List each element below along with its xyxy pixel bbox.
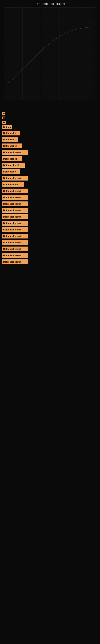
bottleneck-label: Bottlen	[3, 126, 11, 128]
bottleneck-label: Bottleneck result	[3, 222, 21, 224]
bottleneck-label: Bottleneck r	[3, 132, 16, 134]
bottleneck-label: Bottleneck result	[3, 241, 21, 244]
list-item: Bottleneck result	[2, 195, 98, 200]
list-item: Bottleneck result	[2, 227, 98, 232]
bottleneck-label: Bottleneck result	[3, 248, 21, 250]
bottleneck-label: Bottleneck r	[3, 170, 16, 173]
list-item: Bo	[2, 121, 98, 124]
bottleneck-label: Bottleneck resi	[3, 164, 19, 166]
list-item: Bottleneck r	[2, 169, 98, 174]
list-item: Bottleneck result	[2, 188, 98, 194]
bottleneck-label: Bottleneck re	[3, 158, 17, 160]
bottleneck-list: BBBoBottlenBottleneck rBottleneckBottlen…	[0, 108, 100, 270]
bottleneck-label: Bottleneck re	[3, 145, 17, 147]
list-item: Bottleneck result	[2, 150, 98, 155]
chart-area	[4, 8, 96, 100]
list-item: Bottleneck r	[2, 130, 98, 136]
bottleneck-label: Bottleneck result	[3, 216, 21, 218]
bottleneck-label: Bottleneck res	[3, 183, 18, 186]
list-item: Bottleneck result	[2, 234, 98, 238]
bottleneck-label: Bottleneck result	[3, 228, 21, 231]
list-item: Bottleneck result	[2, 221, 98, 226]
bottleneck-label: B	[3, 112, 5, 115]
bottleneck-label: Bottleneck result	[3, 235, 21, 237]
bottleneck-label: Bottleneck result	[3, 209, 21, 212]
bottleneck-label: Bottleneck result	[3, 260, 21, 263]
chart-svg	[4, 8, 96, 100]
list-item: Bottleneck result	[2, 253, 98, 258]
list-item: Bottlen	[2, 126, 98, 129]
bottleneck-label: B	[3, 117, 5, 119]
list-item: Bottleneck result	[2, 214, 98, 219]
bottleneck-label: Bottleneck result	[3, 196, 21, 199]
bottleneck-label: Bottleneck result	[3, 203, 21, 205]
list-item: B	[2, 112, 98, 115]
page-wrapper: TheBottlenecker.com BBBoBottlenBottlenec…	[0, 0, 100, 270]
bottleneck-label: Bo	[3, 121, 6, 124]
list-item: Bottleneck	[2, 137, 98, 142]
list-item: Bottleneck resi	[2, 163, 98, 168]
bottleneck-label: Bottleneck result	[3, 177, 21, 179]
list-item: Bottleneck result	[2, 260, 98, 264]
list-item: B	[2, 116, 98, 119]
list-item: Bottleneck result	[2, 202, 98, 206]
list-item: Bottleneck result	[2, 246, 98, 251]
list-item: Bottleneck re	[2, 144, 98, 148]
bottleneck-label: Bottleneck result	[3, 190, 21, 192]
bottleneck-label: Bottleneck result	[3, 254, 21, 256]
site-title: TheBottlenecker.com	[0, 0, 100, 6]
list-item: Bottleneck result	[2, 176, 98, 180]
list-item: Bottleneck re	[2, 156, 98, 161]
bottleneck-label: Bottleneck	[3, 138, 14, 141]
list-item: Bottleneck res	[2, 182, 98, 187]
list-item: Bottleneck result	[2, 240, 98, 245]
list-item: Bottleneck result	[2, 208, 98, 213]
bottleneck-label: Bottleneck result	[3, 151, 21, 154]
